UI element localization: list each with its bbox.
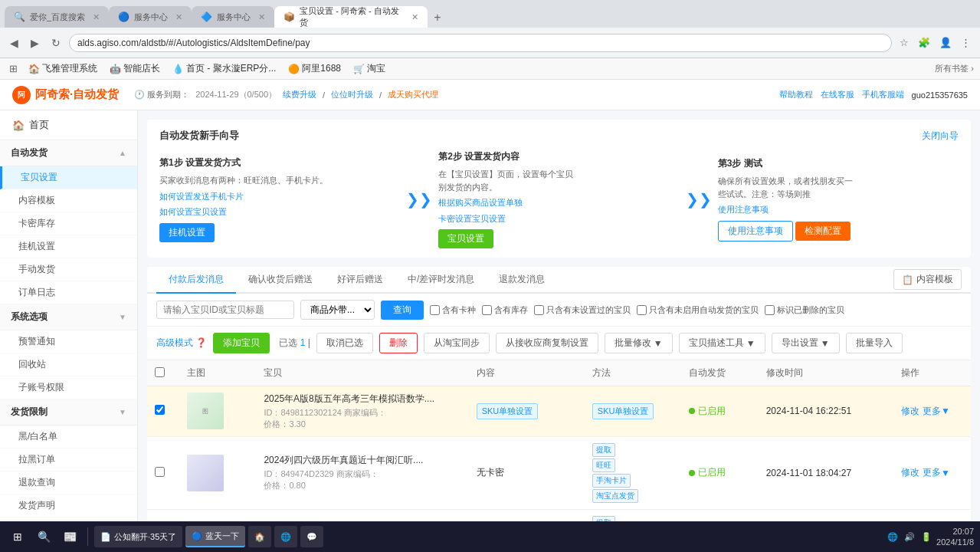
- tab-confirm-receipt[interactable]: 确认收货后赠送: [236, 267, 325, 294]
- checkbox-has-card[interactable]: 含有卡种: [430, 304, 476, 316]
- bookmark-1688[interactable]: 🟠 阿里1688: [284, 61, 346, 77]
- step-2-link2[interactable]: 卡密设置宝贝设置: [438, 212, 679, 225]
- upgrade-link-3[interactable]: 成天购买代理: [388, 89, 438, 100]
- bookmark-erp[interactable]: 💧 首页 - 聚水漩ERP分...: [168, 61, 280, 77]
- profile-icon[interactable]: 👤: [936, 35, 955, 50]
- step-1-link2[interactable]: 如何设置宝贝设置: [159, 205, 400, 219]
- checkbox-has-card-input[interactable]: [430, 305, 440, 315]
- checkbox-deleted[interactable]: 标识已删除的宝贝: [765, 304, 844, 316]
- tab-bad-review[interactable]: 中/差评时发消息: [395, 267, 487, 294]
- row-2-checkbox[interactable]: [155, 467, 165, 477]
- taskbar-search[interactable]: 🔍: [32, 525, 55, 548]
- search-input[interactable]: [156, 301, 294, 319]
- mobile-link[interactable]: 手机客服端: [862, 89, 904, 100]
- new-tab-button[interactable]: +: [428, 8, 447, 28]
- step-1-link[interactable]: 如何设置发送手机卡片: [159, 190, 400, 203]
- help-link[interactable]: 帮助教程: [779, 89, 813, 100]
- clock-display[interactable]: 20:07 2024/11/8: [936, 526, 974, 548]
- reload-button[interactable]: ↻: [48, 35, 64, 51]
- sidebar-item-manual-delivery[interactable]: 手动发货: [0, 258, 137, 281]
- select-all-checkbox[interactable]: [155, 367, 165, 377]
- step-3-link[interactable]: 使用注意事项: [718, 203, 959, 216]
- browser-tab-4[interactable]: 📦 宝贝设置 - 阿奇索 - 自动发货 ✕: [274, 6, 428, 28]
- section-title-system[interactable]: 系统选项 ▼: [0, 304, 137, 330]
- extensions-icon[interactable]: 🧩: [915, 35, 933, 50]
- taskbar-app-home[interactable]: 🏠: [248, 526, 271, 547]
- tray-battery[interactable]: 🔋: [921, 532, 932, 542]
- taskbar-widgets[interactable]: 📰: [58, 525, 81, 548]
- search-button[interactable]: 查询: [381, 301, 424, 320]
- tab-2-close[interactable]: ✕: [175, 12, 182, 22]
- bookmark-smart[interactable]: 🤖 智能店长: [105, 61, 165, 77]
- row-1-checkbox[interactable]: [155, 405, 165, 415]
- bookmark-feiyu[interactable]: 🏠 飞雅管理系统: [24, 61, 102, 77]
- tab-3-close[interactable]: ✕: [258, 12, 265, 22]
- cancel-select-btn[interactable]: 取消已选: [316, 333, 373, 353]
- upgrade-link-1[interactable]: 续费升级: [283, 89, 316, 100]
- delete-btn[interactable]: 删除: [379, 333, 418, 353]
- forward-button[interactable]: ▶: [27, 35, 43, 51]
- checkbox-unset-only[interactable]: 只含有未设置过的宝贝: [534, 304, 631, 316]
- apps-grid-icon[interactable]: ⊞: [6, 61, 21, 76]
- sidebar-item-recycle[interactable]: 回收站: [0, 353, 137, 376]
- sidebar-home[interactable]: 🏠 首页: [0, 110, 137, 140]
- sidebar-item-blackorder[interactable]: 拉黑订单: [0, 449, 137, 472]
- section-title-autologistics[interactable]: 自动发货 ▲: [0, 140, 137, 166]
- address-input[interactable]: [69, 34, 892, 52]
- taskbar-app-doc[interactable]: 📄 公知翻开·35天了: [94, 526, 182, 547]
- step-3-btn-outline[interactable]: 使用注意事项: [718, 221, 793, 242]
- guide-settings-btn[interactable]: 导出设置 ▼: [772, 333, 840, 353]
- section-title-delivery-limit[interactable]: 发货限制 ▼: [0, 399, 137, 426]
- sidebar-item-blackwhite[interactable]: 黑/白名单: [0, 426, 137, 449]
- sync-taobao-btn[interactable]: 从淘宝同步: [424, 333, 490, 353]
- batch-modify-btn[interactable]: 批量修改 ▼: [605, 333, 673, 353]
- checkbox-deleted-input[interactable]: [765, 305, 775, 315]
- step-1-btn[interactable]: 挂机设置: [159, 223, 215, 242]
- taskbar-app-browser[interactable]: 🔵 蓝天一下: [185, 526, 245, 547]
- row-2-edit-link[interactable]: 修改: [901, 466, 919, 479]
- checkbox-disabled-only[interactable]: 只含有未启用自动发货的宝贝: [637, 304, 759, 316]
- browser-tab-2[interactable]: 🔵 服务中心 ✕: [109, 6, 192, 28]
- start-button[interactable]: ⊞: [6, 525, 29, 548]
- upgrade-link-2[interactable]: 位位时升级: [331, 89, 373, 100]
- copy-settings-btn[interactable]: 从接收应商复制设置: [496, 333, 598, 353]
- row-2-more-link[interactable]: 更多▼: [923, 466, 950, 479]
- sidebar-item-delivery-statement[interactable]: 发货声明: [0, 495, 137, 518]
- sidebar-item-product-settings[interactable]: 宝贝设置: [0, 166, 137, 189]
- sidebar-item-subaccount[interactable]: 子账号权限: [0, 376, 137, 399]
- sidebar-item-card-stock[interactable]: 卡密库存: [0, 212, 137, 235]
- row-1-edit-link[interactable]: 修改: [901, 405, 919, 418]
- sidebar-item-content-template[interactable]: 内容模板: [0, 189, 137, 212]
- browser-tab-3[interactable]: 🔷 服务中心 ✕: [192, 6, 274, 28]
- batch-import-btn[interactable]: 批量导入: [846, 333, 903, 353]
- tab-1-close[interactable]: ✕: [93, 12, 100, 22]
- sidebar-item-refund-check[interactable]: 退款查询: [0, 472, 137, 495]
- support-link[interactable]: 在线客服: [821, 89, 854, 100]
- step-2-link[interactable]: 根据购买商品设置单独: [438, 196, 679, 209]
- content-template-btn[interactable]: 📋 内容模板: [893, 269, 962, 290]
- checkbox-unset-input[interactable]: [534, 305, 544, 315]
- tab-good-review[interactable]: 好评后赠送: [325, 267, 395, 294]
- checkbox-disabled-input[interactable]: [637, 305, 647, 315]
- taskbar-app-chat[interactable]: 💬: [300, 526, 323, 547]
- item-describe-btn[interactable]: 宝贝描述工具 ▼: [679, 333, 765, 353]
- tab-4-close[interactable]: ✕: [411, 12, 418, 22]
- bookmark-icon[interactable]: ☆: [896, 35, 912, 50]
- back-button[interactable]: ◀: [6, 35, 22, 51]
- menu-icon[interactable]: ⋮: [958, 35, 974, 50]
- tray-volume[interactable]: 🔊: [904, 532, 915, 542]
- tray-network[interactable]: 🌐: [887, 532, 898, 542]
- advanced-mode-link[interactable]: 高级模式 ❓: [156, 337, 207, 350]
- bookmarks-all[interactable]: 所有书签 ›: [935, 63, 974, 74]
- row-1-more-link[interactable]: 更多▼: [923, 405, 950, 418]
- bookmark-taobao[interactable]: 🛒 淘宝: [349, 61, 390, 77]
- sidebar-item-alert[interactable]: 预警通知: [0, 330, 137, 353]
- sidebar-item-order-log[interactable]: 订单日志: [0, 281, 137, 304]
- add-product-btn[interactable]: 添加宝贝: [213, 333, 270, 353]
- tab-refund-message[interactable]: 退款发消息: [487, 267, 557, 294]
- checkbox-has-stock[interactable]: 含有库存: [482, 304, 528, 316]
- checkbox-has-stock-input[interactable]: [482, 305, 492, 315]
- sidebar-item-machine-settings[interactable]: 挂机设置: [0, 235, 137, 258]
- tab-payment-message[interactable]: 付款后发消息: [156, 267, 236, 294]
- step-3-btn[interactable]: 检测配置: [795, 222, 851, 241]
